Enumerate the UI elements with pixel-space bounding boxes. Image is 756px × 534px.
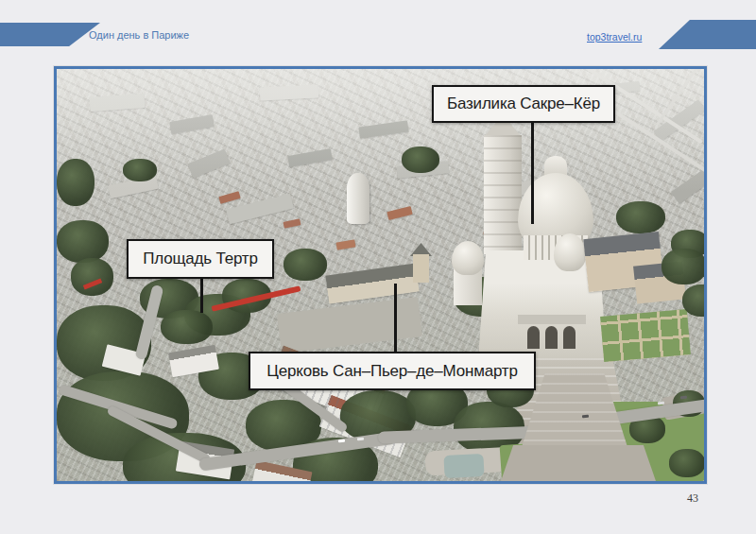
header-ribbon-left (0, 23, 100, 46)
tree-cluster (57, 159, 94, 206)
callout-label: Площадь Тертр (143, 250, 257, 268)
esplanade (501, 445, 656, 481)
tree-cluster (662, 249, 707, 284)
formal-garden (600, 309, 691, 362)
tree-cluster (669, 449, 705, 477)
side-dome (554, 233, 586, 271)
callout-leader-line (200, 279, 203, 313)
callout-label: Церковь Сан–Пьер–де–Монмартр (266, 362, 517, 381)
side-dome (452, 241, 484, 275)
slide-title: Один день в Париже (89, 29, 189, 41)
tree-cluster (284, 249, 327, 281)
callout-leader-line (531, 123, 534, 224)
facade-arch (527, 326, 540, 349)
facade-band (518, 315, 586, 324)
water-tower (347, 173, 369, 224)
callout-basilica-sacre-coeur: Базилика Сакре–Кёр (432, 85, 615, 123)
cascade (443, 454, 484, 478)
site-link[interactable]: top3travel.ru (587, 31, 642, 43)
slide: { "slide": { "page_number": "43", "backg… (0, 0, 756, 534)
header-ribbon-right (659, 20, 756, 49)
tree-cluster (161, 310, 213, 344)
callout-label: Базилика Сакре–Кёр (447, 95, 600, 113)
facade-arch (563, 326, 576, 349)
facade-arch (545, 326, 558, 349)
tree-cluster (71, 258, 113, 296)
tree-cluster (616, 201, 665, 233)
tree-cluster (402, 146, 439, 173)
callout-place-du-tertre: Площадь Тертр (127, 239, 274, 279)
church-tower (413, 254, 429, 283)
car-dot (338, 439, 345, 442)
tree-cluster (123, 159, 157, 181)
montmartre-aerial-photo: Базилика Сакре–Кёр Площадь Тертр Церковь… (54, 66, 707, 484)
callout-saint-pierre-church: Церковь Сан–Пьер–де–Монмартр (249, 352, 536, 390)
campanile (484, 135, 522, 254)
car-dot (357, 438, 364, 440)
page-number: 43 (687, 491, 698, 506)
callout-leader-line (394, 284, 397, 352)
tree-cluster (57, 220, 109, 263)
